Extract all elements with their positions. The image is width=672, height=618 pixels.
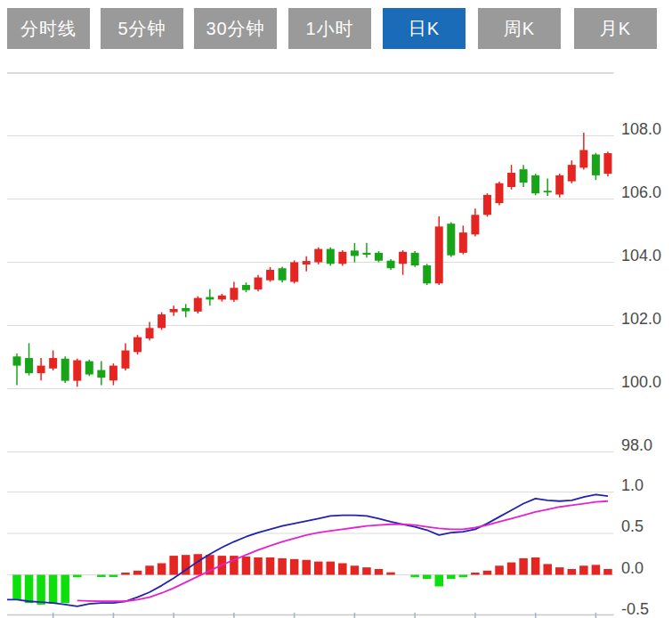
price-axis-label: 98.0: [621, 436, 669, 454]
macd-axis-label: 1.0: [621, 476, 669, 494]
candle-body: [362, 253, 370, 255]
candle-body: [97, 370, 105, 378]
candle-body: [290, 263, 298, 282]
macd-histogram-bar: [266, 557, 275, 575]
candle-body: [411, 253, 419, 265]
macd-histogram-bar: [435, 575, 444, 587]
candle-body: [327, 249, 335, 264]
candle-body: [49, 358, 57, 369]
candle-body: [146, 328, 154, 338]
macd-axis-label: -0.5: [621, 600, 669, 618]
macd-histogram-bar: [483, 571, 492, 575]
candle-body: [158, 314, 166, 328]
macd-histogram-bar: [254, 557, 263, 575]
macd-histogram-bar: [519, 558, 528, 575]
candle-body: [375, 253, 383, 261]
macd-histogram-bar: [158, 563, 166, 574]
macd-histogram-bar: [145, 565, 154, 574]
candle-body: [568, 165, 576, 181]
candle-body: [592, 154, 600, 175]
macd-histogram-bar: [603, 569, 612, 575]
macd-histogram-bar: [531, 557, 540, 575]
candle-body: [351, 250, 359, 256]
candle-body: [338, 252, 346, 264]
candle-body: [387, 261, 395, 269]
candle-body: [544, 191, 552, 192]
candle-body: [447, 224, 455, 256]
candle-body: [206, 297, 214, 300]
macd-histogram-bar: [592, 565, 601, 574]
candle-body: [314, 249, 322, 263]
price-axis-label: 102.0: [621, 310, 669, 328]
candle-body: [230, 288, 238, 299]
macd-histogram-bar: [25, 575, 34, 604]
kline-chart-app: 分时线 5分钟 30分钟 1小时 日K 周K 月K 108.0 106.0 10…: [0, 0, 672, 618]
price-axis-label: 100.0: [621, 373, 669, 391]
candle-body: [555, 175, 563, 195]
candle-body: [483, 195, 491, 215]
dea-line: [77, 501, 608, 602]
macd-histogram-bar: [362, 567, 371, 574]
price-axis-label: 106.0: [621, 183, 669, 201]
macd-histogram-bar: [242, 557, 251, 574]
candle-body: [61, 359, 69, 381]
macd-histogram-bar: [423, 575, 432, 580]
macd-histogram-bar: [495, 565, 504, 574]
candle-body: [218, 296, 226, 300]
macd-histogram-bar: [386, 573, 395, 575]
macd-histogram-bar: [327, 562, 336, 575]
macd-histogram-bar: [61, 575, 69, 604]
price-axis-label: 108.0: [621, 120, 669, 138]
macd-histogram-bar: [543, 564, 552, 574]
macd-axis-label: 0.5: [621, 517, 669, 535]
macd-histogram-bar: [49, 575, 58, 605]
candle-body: [399, 252, 407, 264]
candle-body: [194, 298, 202, 312]
macd-histogram-bar: [12, 575, 21, 600]
candle-body: [25, 358, 33, 373]
candle-body: [507, 173, 515, 187]
macd-histogram-bar: [447, 575, 456, 580]
candle-body: [520, 169, 528, 183]
macd-histogram-bar: [568, 569, 577, 575]
candle-body: [279, 268, 287, 280]
macd-histogram-bar: [351, 565, 360, 574]
macd-histogram-bar: [97, 575, 106, 578]
candle-body: [423, 265, 431, 283]
macd-histogram-bar: [375, 569, 384, 575]
macd-axis-label: 0.0: [621, 559, 669, 577]
candle-body: [134, 337, 142, 353]
candle-body: [531, 175, 539, 193]
macd-histogram-bar: [302, 560, 311, 575]
candle-body: [435, 226, 443, 283]
macd-histogram-bar: [36, 575, 45, 605]
macd-histogram-bar: [109, 575, 117, 578]
candle-body: [579, 150, 587, 167]
macd-histogram-bar: [579, 565, 588, 574]
candle-body: [266, 270, 274, 281]
macd-histogram-bar: [410, 575, 419, 578]
macd-histogram-bar: [134, 571, 142, 575]
macd-histogram-bar: [121, 573, 130, 575]
macd-histogram-bar: [471, 573, 480, 575]
candle-body: [303, 261, 311, 264]
candle-body: [37, 366, 45, 374]
macd-histogram-bar: [555, 567, 564, 574]
macd-histogram-bar: [169, 556, 178, 574]
candle-body: [242, 285, 250, 290]
price-axis-label: 104.0: [621, 247, 669, 264]
macd-histogram-bar: [290, 559, 299, 575]
macd-histogram-bar: [507, 563, 516, 575]
dif-line: [7, 494, 608, 606]
macd-histogram-bar: [314, 562, 323, 575]
candle-body: [109, 366, 117, 381]
macd-histogram-bar: [278, 558, 287, 575]
candle-body: [170, 309, 178, 313]
candle-body: [459, 232, 467, 253]
candle-body: [73, 361, 81, 381]
candle-body: [85, 362, 93, 375]
macd-histogram-bar: [459, 575, 468, 578]
macd-histogram-bar: [73, 575, 82, 578]
candle-body: [255, 278, 263, 289]
chart-canvas: [0, 0, 672, 618]
